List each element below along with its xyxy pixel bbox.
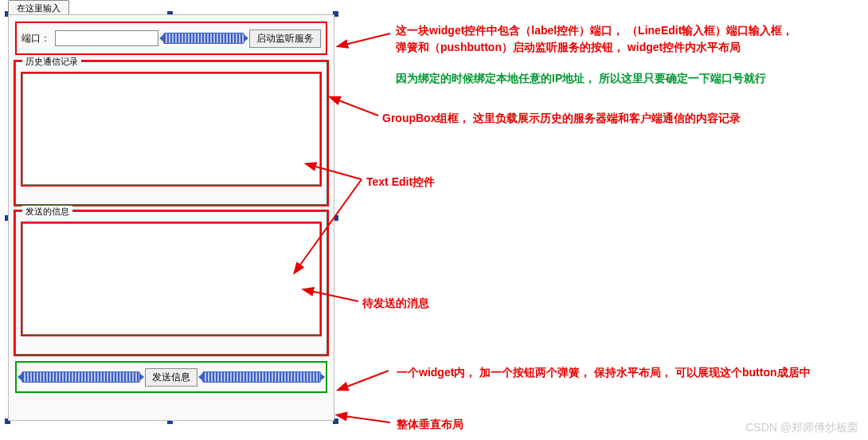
- annotation-text: 这一块widget控件中包含（label控件）端口， （LineEdit输入框）…: [396, 22, 793, 39]
- svg-line-0: [345, 33, 390, 45]
- history-groupbox: 历史通信记录: [15, 61, 327, 205]
- port-label: 端口：: [22, 32, 50, 45]
- annotation-text: Text Edit控件: [366, 174, 435, 191]
- port-input[interactable]: [55, 30, 158, 46]
- send-groupbox: 发送的信息: [15, 211, 327, 355]
- annotation-text: 弹簧和（pushbutton）启动监听服务的按钮， widget控件内水平布局: [396, 39, 793, 56]
- history-groupbox-title: 历史通信记录: [22, 56, 81, 68]
- send-groupbox-title: 发送的信息: [22, 206, 72, 218]
- svg-line-1: [337, 100, 378, 116]
- annotation-text: 待发送的消息: [362, 295, 429, 312]
- history-textedit[interactable]: [22, 73, 320, 185]
- annotation-text: 因为绑定的时候绑定本地任意的IP地址， 所以这里只要确定一下端口号就行: [396, 70, 766, 87]
- form-tab[interactable]: 在这里输入: [8, 0, 69, 16]
- send-textedit[interactable]: [22, 223, 320, 335]
- watermark: CSDN @郑师傅炒板栗: [745, 421, 858, 435]
- horizontal-spacer-icon: [22, 371, 140, 383]
- svg-line-5: [345, 371, 389, 387]
- send-widget: 发送信息: [15, 361, 327, 393]
- send-button[interactable]: 发送信息: [145, 368, 197, 387]
- svg-line-6: [344, 416, 390, 422]
- horizontal-spacer-icon: [202, 371, 321, 383]
- start-listen-button[interactable]: 启动监听服务: [249, 29, 321, 48]
- annotation-text: 一个widget内， 加一个按钮两个弹簧， 保持水平布局， 可以展现这个butt…: [397, 364, 811, 381]
- horizontal-spacer-icon: [163, 33, 244, 44]
- form-container: 端口： 启动监听服务 历史通信记录 发送的信息 发送信息: [8, 14, 334, 421]
- annotation-text: 整体垂直布局: [397, 416, 463, 433]
- annotation-text: GroupBox组框， 这里负载展示历史的服务器端和客户端通信的内容记录: [382, 110, 741, 127]
- port-widget: 端口： 启动监听服务: [15, 22, 327, 55]
